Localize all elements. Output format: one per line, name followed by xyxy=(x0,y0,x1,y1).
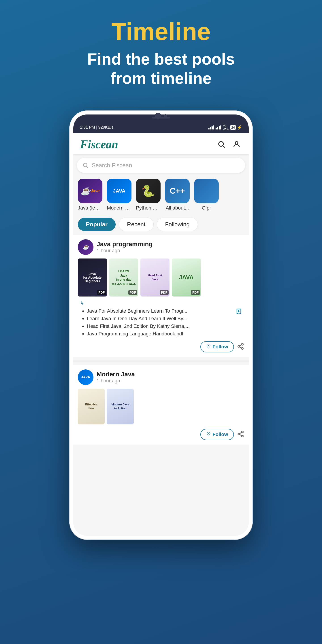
status-right-icons: VoWiFi 24 ⚡ xyxy=(208,124,242,131)
category-python[interactable]: 🐍 Python Pr... xyxy=(136,179,160,211)
svg-line-1 xyxy=(223,146,225,148)
search-bar[interactable]: Search Fiscean xyxy=(77,158,245,173)
feed-item-time: 1 hour ago xyxy=(96,248,153,254)
app-screen: Fiscean xyxy=(73,133,249,536)
feed-item-2-meta: JAVA Modern Java 1 hour ago xyxy=(78,370,135,385)
svg-point-0 xyxy=(219,142,224,146)
bookmark-button[interactable] xyxy=(235,308,242,317)
svg-point-7 xyxy=(242,343,243,345)
feed-item-info: Java programming 1 hour ago xyxy=(96,240,153,254)
java-icon-wrapper: ☕Java xyxy=(78,179,102,203)
svg-point-9 xyxy=(242,348,243,349)
pdf-badge-2: PDF xyxy=(128,290,137,295)
signal-icon xyxy=(208,126,214,130)
status-bar-area: 2:31 PM | 929KB/s VoWiFi xyxy=(73,114,249,133)
book-list-section: ↳ Java For Absolute Beginners Learn To P… xyxy=(78,300,244,337)
search-button[interactable] xyxy=(216,139,227,150)
book-java-absolute[interactable]: Javafor AbsoluteBeginners PDF xyxy=(78,258,107,296)
category-modern-java[interactable]: JAVA Modern Java xyxy=(107,179,132,211)
category-java[interactable]: ☕Java Java (learn... xyxy=(78,179,102,211)
charging-icon: ⚡ xyxy=(237,125,242,130)
feed-item-header: ☕ Java programming 1 hour ago xyxy=(78,239,244,255)
hero-subtitle: Find the best poolsfrom timeline xyxy=(9,50,313,88)
svg-point-12 xyxy=(242,431,243,433)
follow-label-1: Follow xyxy=(212,344,228,350)
phone-device: 2:31 PM | 929KB/s VoWiFi xyxy=(69,110,253,540)
follow-label-2: Follow xyxy=(212,432,228,438)
book-learn-java[interactable]: LEARNJavain one dayand LEARN IT WELL PDF xyxy=(109,258,138,296)
cpp-label: All about... xyxy=(166,205,189,211)
book-list-item-2: Learn Java In One Day And Learn It Well … xyxy=(87,316,242,322)
feed-item-title: Java programming xyxy=(96,240,153,248)
camera-area xyxy=(155,113,167,119)
status-bar: 2:31 PM | 929KB/s VoWiFi xyxy=(80,118,242,131)
modern-java-avatar: JAVA xyxy=(78,370,94,385)
feed-divider xyxy=(73,360,249,362)
wifi-signal-icon xyxy=(216,126,222,130)
python-icon: 🐍 xyxy=(136,179,160,203)
feed-item-meta: ☕ Java programming 1 hour ago xyxy=(78,239,153,255)
feed-item-2-header: JAVA Modern Java 1 hour ago xyxy=(78,370,244,385)
feed-item-2-time: 1 hour ago xyxy=(96,378,135,384)
tab-bar: Popular Recent Following xyxy=(73,215,249,235)
svg-line-4 xyxy=(86,166,88,168)
c-icon-wrapper xyxy=(194,179,219,203)
status-time: 2:31 PM | 929KB/s xyxy=(80,125,114,130)
book-head-first-java[interactable]: Head FirstJava PDF xyxy=(140,258,170,296)
share-button-2[interactable] xyxy=(237,430,244,438)
categories-row: ☕Java Java (learn... JAVA Modern Java xyxy=(73,176,249,215)
modern-java-icon-wrapper: JAVA xyxy=(107,179,132,203)
app-logo: Fiscean xyxy=(80,138,118,151)
book-effective-java[interactable]: EffectiveJava xyxy=(78,389,105,424)
cpp-icon: C++ xyxy=(165,179,190,203)
svg-line-11 xyxy=(240,344,242,346)
phone-frame: 2:31 PM | 929KB/s VoWiFi xyxy=(69,110,253,540)
follow-share-row-2: ♡ Follow xyxy=(78,429,244,440)
book-list-item-4: Java Programming Language Handbook.pdf xyxy=(87,331,242,337)
tab-following[interactable]: Following xyxy=(157,218,198,231)
camera-lens xyxy=(155,113,161,119)
pdf-badge-3: PDF xyxy=(160,290,168,295)
book-list-header: ↳ xyxy=(80,300,242,306)
java-icon: ☕Java xyxy=(78,179,102,203)
tab-popular[interactable]: Popular xyxy=(78,218,116,231)
battery-icon: 24 xyxy=(230,125,236,130)
svg-point-3 xyxy=(84,163,87,167)
svg-point-8 xyxy=(238,346,240,347)
book-list-item-3: Head First Java, 2nd Edition By Kathy Si… xyxy=(87,323,242,329)
feed-item-2-info: Modern Java 1 hour ago xyxy=(96,371,135,384)
search-input-placeholder: Search Fiscean xyxy=(92,162,132,169)
profile-button[interactable] xyxy=(231,139,242,150)
svg-point-2 xyxy=(235,142,238,144)
modern-java-books-row: EffectiveJava Modern Javain Action xyxy=(78,389,244,424)
heart-icon-2: ♡ xyxy=(206,432,211,438)
tab-recent[interactable]: Recent xyxy=(119,218,154,231)
follow-button-1[interactable]: ♡ Follow xyxy=(200,341,234,352)
feed-item-2-title: Modern Java xyxy=(96,371,135,378)
python-icon-wrapper: 🐍 xyxy=(136,179,160,203)
java-label: Java (learn... xyxy=(78,205,102,211)
hero-title: Timeline xyxy=(9,18,313,45)
pdf-badge-1: PDF xyxy=(97,290,106,295)
c-icon xyxy=(194,179,219,203)
follow-share-row-1: ♡ Follow xyxy=(78,341,244,352)
svg-line-15 xyxy=(240,434,242,436)
feed-item-java-programming: ☕ Java programming 1 hour ago Javafor Ab… xyxy=(73,235,249,357)
category-cpp[interactable]: C++ All about... xyxy=(165,179,190,211)
reply-arrow-icon: ↳ xyxy=(80,300,84,306)
python-label: Python Pr... xyxy=(136,205,160,211)
share-button-1[interactable] xyxy=(237,343,244,351)
svg-line-10 xyxy=(240,347,242,348)
heart-icon-1: ♡ xyxy=(206,344,211,350)
book-modern-java-action[interactable]: Modern Javain Action xyxy=(107,389,134,424)
pdf-badge-4: PDF xyxy=(191,290,200,295)
category-c[interactable]: C pr xyxy=(194,179,219,211)
book-java-programming[interactable]: JAVA PDF xyxy=(172,258,201,296)
search-icon xyxy=(82,162,88,168)
follow-button-2[interactable]: ♡ Follow xyxy=(200,429,234,440)
app-header: Fiscean xyxy=(73,133,249,154)
svg-point-13 xyxy=(238,433,240,435)
modern-java-label: Modern Java xyxy=(107,205,132,211)
hero-section: Timeline Find the best poolsfrom timelin… xyxy=(0,0,322,102)
java-programming-avatar: ☕ xyxy=(78,239,94,255)
